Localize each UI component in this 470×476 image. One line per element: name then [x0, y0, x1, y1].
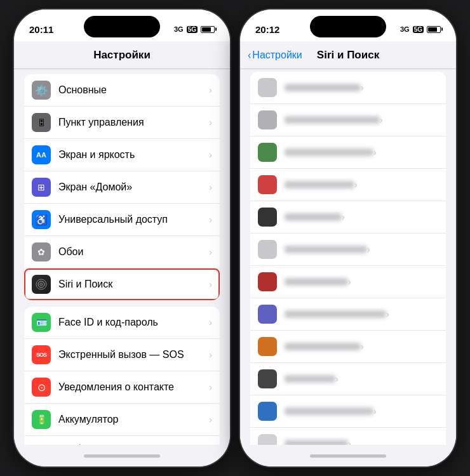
- back-label: Настройки: [252, 50, 302, 61]
- row-osnovnye[interactable]: ⚙️ Основные ›: [24, 74, 220, 107]
- icon-osnovnye: ⚙️: [32, 81, 51, 100]
- home-indicator-left: [14, 445, 230, 466]
- blurred-icon-8: [258, 305, 277, 324]
- blurred-row-4: ›: [250, 169, 446, 201]
- phone-left: 20:11 3G 5G Настройки ⚙️ Основные › 🎛: [14, 10, 230, 466]
- svg-point-2: [39, 282, 43, 286]
- blurred-chevron-10: ›: [335, 374, 339, 384]
- icon-ekran-domoy: ⊞: [32, 178, 51, 197]
- chevron-osnovnye: ›: [209, 85, 212, 95]
- row-faceid[interactable]: 🪪 Face ID и код-пароль ›: [24, 307, 220, 339]
- status-bar-right: 20:12 3G 5G: [240, 10, 456, 41]
- blurred-text-9: [285, 343, 361, 350]
- blurred-row-2: ›: [250, 104, 446, 136]
- blurred-chevron-5: ›: [342, 212, 345, 222]
- blurred-icon-11: [258, 402, 277, 421]
- blurred-row-3: ›: [250, 136, 446, 169]
- icon-kontakt: ⊙: [32, 378, 51, 397]
- content-left: ⚙️ Основные › 🎛 Пункт управления › AA Эк…: [14, 69, 230, 445]
- row-siri[interactable]: Siri и Поиск ›: [24, 268, 220, 300]
- blurred-icon-6: [258, 240, 277, 259]
- blurred-text-6: [285, 246, 367, 253]
- blurred-row-5: ›: [250, 201, 446, 234]
- blurred-icon-9: [258, 337, 277, 356]
- icon-oboi: ✿: [32, 242, 51, 261]
- label-kontakt: Уведомления о контакте: [58, 381, 209, 393]
- row-punkt[interactable]: 🎛 Пункт управления ›: [24, 107, 220, 139]
- label-siri: Siri и Поиск: [58, 278, 209, 290]
- chevron-kontakt: ›: [209, 382, 212, 392]
- blurred-row-11: ›: [250, 395, 446, 428]
- chevron-sos: ›: [209, 350, 212, 360]
- siri-list: › › › ›: [240, 69, 456, 445]
- blurred-text-12: [285, 440, 348, 445]
- label-ekran-domoy: Экран «Домой»: [58, 181, 209, 193]
- icon-siri: [32, 275, 51, 294]
- blurred-text-2: [285, 116, 380, 124]
- label-battery: Аккумулятор: [58, 413, 209, 425]
- blurred-text-4: [285, 181, 354, 188]
- row-universal[interactable]: ♿ Универсальный доступ ›: [24, 204, 220, 236]
- status-icons-left: 3G 5G: [174, 25, 215, 33]
- label-sos: Экстренный вызов — SOS: [58, 348, 209, 360]
- chevron-punkt: ›: [209, 117, 212, 128]
- blurred-text-8: [285, 310, 386, 318]
- back-chevron: ‹: [248, 50, 251, 61]
- blurred-icon-7: [258, 272, 277, 291]
- icon-faceid: 🪪: [32, 313, 51, 332]
- row-oboi[interactable]: ✿ Обои ›: [24, 236, 220, 268]
- label-osnovnye: Основные: [58, 84, 209, 96]
- back-button[interactable]: ‹ Настройки: [248, 50, 302, 61]
- row-ekran-yarkost[interactable]: AA Экран и яркость ›: [24, 139, 220, 171]
- dynamic-island-left: [84, 16, 160, 37]
- icon-punkt: 🎛: [32, 113, 51, 132]
- chevron-ekran-domoy: ›: [209, 182, 212, 192]
- blurred-text-11: [285, 407, 373, 415]
- status-icons-right: 3G 5G: [400, 25, 441, 33]
- chevron-faceid: ›: [209, 317, 212, 327]
- home-bar-left: [84, 454, 160, 458]
- blurred-row-7: ›: [250, 266, 446, 298]
- signal-5g-left: 5G: [187, 26, 198, 33]
- blurred-chevron-9: ›: [361, 341, 364, 352]
- blurred-chevron-7: ›: [348, 277, 351, 287]
- blurred-chevron-8: ›: [386, 309, 389, 319]
- phone-right: 20:12 3G 5G ‹ Настройки Siri и Поиск ›: [240, 10, 456, 466]
- row-battery[interactable]: 🔋 Аккумулятор ›: [24, 404, 220, 436]
- blurred-chevron-2: ›: [380, 115, 383, 125]
- blurred-row-12: ›: [250, 428, 446, 445]
- blurred-icon-12: [258, 434, 277, 445]
- row-kontakt[interactable]: ⊙ Уведомления о контакте ›: [24, 371, 220, 404]
- signal-3g-right: 3G: [400, 25, 410, 33]
- row-sos[interactable]: SOS Экстренный вызов — SOS ›: [24, 339, 220, 371]
- siri-apps-section: › › › ›: [250, 72, 446, 445]
- blurred-text-7: [285, 278, 348, 286]
- battery-fill-right: [428, 27, 437, 32]
- blurred-row-10: ›: [250, 363, 446, 395]
- blurred-icon-5: [258, 208, 277, 227]
- blurred-text-3: [285, 149, 373, 156]
- row-ekran-domoy[interactable]: ⊞ Экран «Домой» ›: [24, 171, 220, 204]
- blurred-icon-2: [258, 110, 277, 129]
- icon-battery: 🔋: [32, 410, 51, 429]
- time-right: 20:12: [255, 24, 279, 35]
- chevron-oboi: ›: [209, 247, 212, 257]
- blurred-chevron-1: ›: [361, 83, 364, 93]
- blurred-icon-1: [258, 78, 277, 97]
- blurred-text-5: [285, 213, 342, 221]
- settings-list: ⚙️ Основные › 🎛 Пункт управления › AA Эк…: [14, 69, 230, 445]
- icon-universal: ♿: [32, 210, 51, 229]
- blurred-row-9: ›: [250, 331, 446, 363]
- home-bar-right: [310, 454, 386, 458]
- time-left: 20:11: [29, 24, 53, 35]
- chevron-siri: ›: [209, 279, 212, 289]
- blurred-chevron-3: ›: [373, 147, 377, 157]
- label-privacy: Конфиденциальностьи безопасность: [58, 442, 209, 445]
- icon-sos: SOS: [32, 345, 51, 364]
- row-privacy[interactable]: 🤚 Конфиденциальностьи безопасность ›: [24, 436, 220, 445]
- blurred-icon-4: [258, 175, 277, 194]
- home-indicator-right: [240, 445, 456, 466]
- blurred-chevron-11: ›: [373, 406, 377, 416]
- blurred-chevron-12: ›: [348, 439, 351, 445]
- blurred-chevron-4: ›: [354, 180, 358, 190]
